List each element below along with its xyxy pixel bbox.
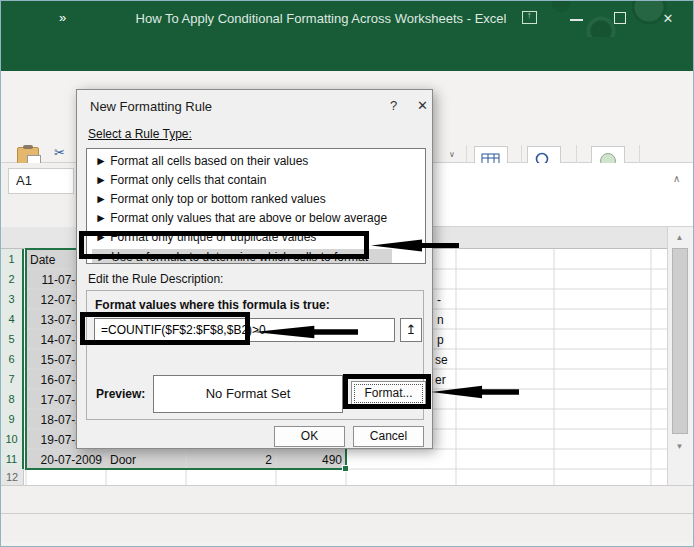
window-title: How To Apply Conditional Formatting Acro… xyxy=(101,11,541,26)
fill-handle[interactable] xyxy=(342,465,349,472)
cut-icon[interactable]: ✂ xyxy=(54,145,65,160)
ok-button[interactable]: OK xyxy=(274,426,345,447)
annotation-arrow-formula xyxy=(254,323,358,341)
dialog-help-button[interactable]: ? xyxy=(390,98,397,113)
row-header[interactable]: 9 xyxy=(1,409,24,429)
preview-box: No Format Set xyxy=(153,375,343,413)
formula-bar-expand-icon[interactable]: ∧ xyxy=(673,173,680,184)
sheet-tab-bar: ◄ ► Sheet1 Sheet2 + ⋮ ◀ ▶ xyxy=(1,485,693,513)
row-header[interactable]: 5 xyxy=(1,329,24,349)
quick-access-icon[interactable]: » xyxy=(59,10,64,25)
edit-rule-description-label: Edit the Rule Description: xyxy=(88,272,223,286)
rule-type-item[interactable]: ► Format only top or bottom ranked value… xyxy=(95,192,415,206)
status-bar: Ready Average: 14693.7 Count: 44 Sum: 44… xyxy=(1,513,693,542)
rule-type-item[interactable]: ► Format only cells that contain xyxy=(95,173,415,187)
row-header[interactable]: 1 xyxy=(1,249,24,269)
row-header[interactable]: 6 xyxy=(1,349,24,369)
annotation-arrow-rule-item xyxy=(371,237,459,254)
ribbon-display-arrow-icon: ↑ xyxy=(527,10,532,20)
annotation-rect-rule-item xyxy=(79,231,369,259)
dialog-title: New Formatting Rule xyxy=(90,99,212,114)
row-header[interactable]: 7 xyxy=(1,369,24,389)
title-bar: » How To Apply Conditional Formatting Ac… xyxy=(1,1,693,37)
scroll-down-icon[interactable]: ▼ xyxy=(668,442,691,451)
collapse-dialog-button[interactable]: ↥ xyxy=(400,318,422,342)
cancel-button[interactable]: Cancel xyxy=(353,426,424,447)
cell-e-fragment: p xyxy=(437,332,444,348)
close-icon[interactable]: ✕ xyxy=(659,10,677,28)
excel-window: » How To Apply Conditional Formatting Ac… xyxy=(0,0,694,547)
conditional-formatting-chevron-icon: ∨ xyxy=(449,150,455,159)
annotation-rect-format-button xyxy=(343,374,431,409)
dialog-close-icon[interactable]: ✕ xyxy=(417,98,428,113)
scroll-up-icon[interactable]: ▲ xyxy=(668,233,691,242)
vertical-scrollbar[interactable]: ▲ ▼ xyxy=(667,227,691,485)
row-header[interactable]: 4 xyxy=(1,309,24,329)
ribbon-tab-row: File Home Insert Page Layout Formulas Da… xyxy=(1,37,693,71)
rule-type-item[interactable]: ► Format only values that are above or b… xyxy=(95,211,415,225)
maximize-icon[interactable] xyxy=(614,12,626,24)
annotation-arrow-format-button xyxy=(431,383,519,401)
vertical-scrollbar-thumb[interactable] xyxy=(672,248,688,434)
cell-e-fragment: - xyxy=(437,292,441,308)
rule-type-item[interactable]: ► Format all cells based on their values xyxy=(95,154,415,168)
row-header[interactable]: 10 xyxy=(1,429,24,449)
preview-label: Preview: xyxy=(96,387,145,401)
name-box[interactable]: A1 xyxy=(8,168,74,194)
cell-e-fragment: n xyxy=(437,312,444,328)
row-header[interactable]: 11 xyxy=(1,449,24,469)
cell-e-fragment: se xyxy=(435,352,448,368)
row-header[interactable]: 8 xyxy=(1,389,24,409)
annotation-rect-formula xyxy=(80,312,250,345)
row-header[interactable]: 2 xyxy=(1,269,24,289)
formula-label: Format values where this formula is true… xyxy=(95,298,330,312)
select-rule-type-label: Select a Rule Type: xyxy=(88,127,192,141)
row-header[interactable]: 12 xyxy=(1,469,24,485)
accel: Select a Rule Type: xyxy=(88,127,192,141)
row-header[interactable]: 3 xyxy=(1,289,24,309)
minimize-icon[interactable] xyxy=(570,19,583,21)
